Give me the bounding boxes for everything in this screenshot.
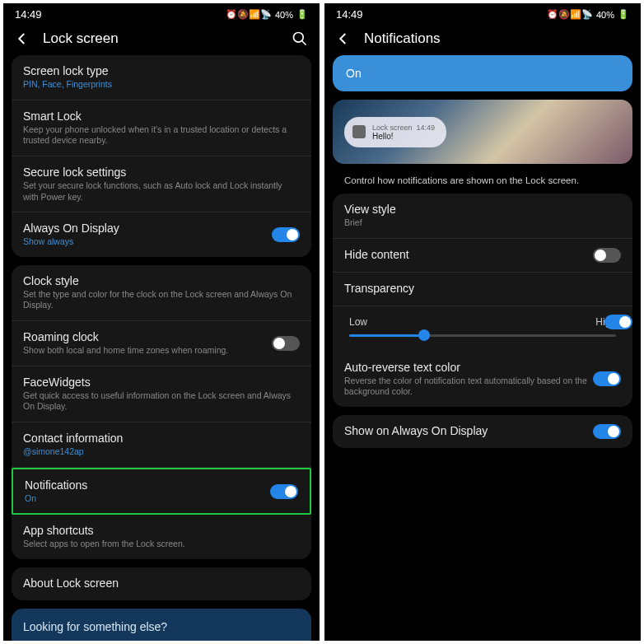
content: On Lock screen 14:49 Hello! Control how …: [324, 55, 641, 641]
showaod-toggle[interactable]: [593, 424, 621, 439]
on-banner[interactable]: On: [333, 55, 632, 91]
item-screen-lock-type[interactable]: Screen lock typePIN, Face, Fingerprints: [12, 55, 311, 100]
search-icon[interactable]: [292, 30, 308, 47]
slider-low: Low: [349, 316, 367, 328]
on-toggle[interactable]: [604, 315, 632, 329]
item-secure-lock-settings[interactable]: Secure lock settingsSet your secure lock…: [12, 156, 311, 212]
preview-bubble: Lock screen 14:49 Hello!: [344, 117, 446, 147]
item-hide-content[interactable]: Hide content: [333, 239, 632, 273]
autoreverse-toggle[interactable]: [593, 371, 621, 386]
phone-right: 14:49 ⏰🔕📶📡 40% 🔋 Notifications On Lock s…: [324, 3, 641, 641]
toggle[interactable]: [270, 484, 298, 499]
header: Notifications: [324, 22, 641, 55]
hide-toggle[interactable]: [593, 248, 621, 263]
status-bar: 14:49 ⏰🔕📶📡 40% 🔋: [324, 3, 641, 22]
status-time: 14:49: [15, 8, 42, 21]
looking-title: Looking for something else?: [23, 620, 300, 633]
transparency-slider-row: Low High: [333, 306, 632, 352]
transparency-slider[interactable]: [349, 334, 616, 337]
card-settings: View style Brief Hide content Transparen…: [333, 194, 632, 407]
status-icons: ⏰🔕📶📡 40% 🔋: [547, 9, 629, 20]
preview-app-icon: [352, 125, 366, 138]
back-icon[interactable]: [15, 31, 30, 46]
card-aod: Show on Always On Display: [333, 415, 632, 448]
description: Control how notifications are shown on t…: [333, 172, 632, 194]
item-clock-style[interactable]: Clock styleSet the type and color for th…: [12, 265, 311, 321]
item-auto-reverse[interactable]: Auto-reverse text color Reverse the colo…: [333, 352, 632, 407]
card-about: About Lock screen: [12, 567, 311, 600]
item-contact-information[interactable]: Contact information@simone142ap: [12, 422, 311, 468]
item-show-aod[interactable]: Show on Always On Display: [333, 415, 632, 448]
page-title: Lock screen: [43, 30, 278, 47]
item-about[interactable]: About Lock screen: [12, 567, 311, 600]
status-bar: 14:49 ⏰🔕📶📡 40% 🔋: [3, 3, 320, 22]
item-smart-lock[interactable]: Smart LockKeep your phone unlocked when …: [12, 100, 311, 156]
toggle[interactable]: [272, 227, 300, 242]
card-2: Clock styleSet the type and color for th…: [12, 265, 311, 559]
back-icon[interactable]: [336, 31, 351, 46]
looking-card: Looking for something else? Face recogni…: [12, 609, 311, 641]
page-title: Notifications: [364, 30, 629, 47]
item-always-on-display[interactable]: Always On DisplayShow always: [12, 212, 311, 257]
item-transparency: Transparency: [333, 273, 632, 306]
status-icons: ⏰🔕📶📡 40% 🔋: [226, 9, 308, 20]
content: Screen lock typePIN, Face, FingerprintsS…: [3, 55, 320, 641]
card-1: Screen lock typePIN, Face, FingerprintsS…: [12, 55, 311, 257]
item-roaming-clock[interactable]: Roaming clockShow both local and home ti…: [12, 321, 311, 366]
item-view-style[interactable]: View style Brief: [333, 194, 632, 239]
notification-preview: Lock screen 14:49 Hello!: [333, 100, 632, 164]
status-time: 14:49: [336, 8, 363, 21]
on-label: On: [346, 67, 362, 80]
item-app-shortcuts[interactable]: App shortcutsSelect apps to open from th…: [12, 515, 311, 559]
phone-left: 14:49 ⏰🔕📶📡 40% 🔋 Lock screen Screen lock…: [3, 3, 320, 641]
item-facewidgets[interactable]: FaceWidgetsGet quick access to useful in…: [12, 366, 311, 422]
svg-point-0: [294, 33, 304, 43]
item-notifications[interactable]: NotificationsOn: [12, 468, 311, 516]
toggle[interactable]: [272, 336, 300, 351]
header: Lock screen: [3, 22, 320, 55]
